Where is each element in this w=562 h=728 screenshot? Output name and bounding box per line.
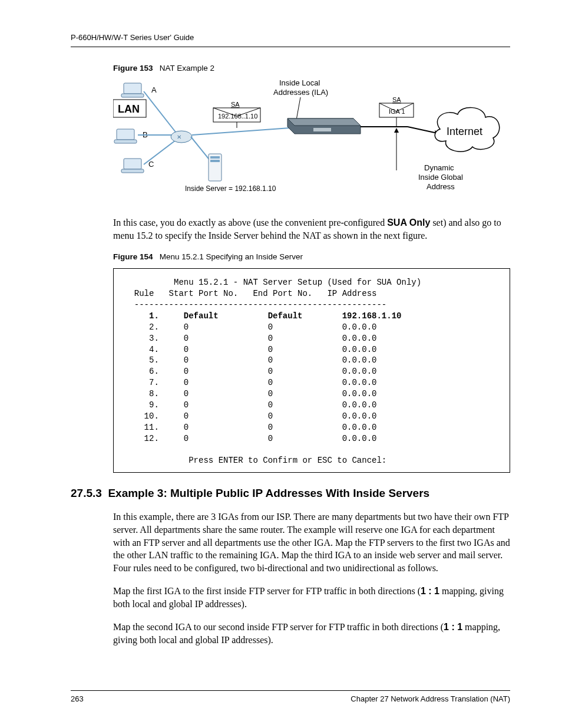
svg-line-7 — [144, 91, 178, 135]
svg-rect-2 — [121, 94, 144, 97]
pc-c-label: C — [148, 160, 154, 169]
internet-label: Internet — [447, 126, 482, 137]
figure-153-label: Figure 153 — [113, 64, 153, 73]
ip1-label: 192.168..1.10 — [218, 113, 257, 120]
svg-text:Dynamic: Dynamic — [424, 163, 454, 172]
page-number: 263 — [71, 694, 84, 703]
header-rule — [71, 47, 510, 47]
svg-marker-36 — [394, 128, 399, 133]
svg-rect-4 — [114, 140, 137, 143]
pc-a-label: A — [151, 85, 157, 94]
svg-rect-27 — [313, 128, 331, 131]
inside-server-label: Inside Server = 192.168.1.10 — [185, 185, 276, 193]
svg-marker-26 — [287, 118, 361, 126]
page: P-660H/HW/W-T Series User' Guide Figure … — [0, 0, 562, 728]
footer-rule — [71, 690, 510, 691]
svg-rect-3 — [117, 129, 134, 140]
para3-bold: 1 : 1 — [421, 586, 439, 596]
svg-text:Inside Local: Inside Local — [279, 78, 320, 87]
chapter-label: Chapter 27 Network Address Translation (… — [351, 694, 510, 703]
svg-text:✕: ✕ — [177, 134, 181, 140]
iga1-label: IGA 1 — [389, 108, 405, 115]
figure-154-label: Figure 154 — [113, 252, 153, 261]
figure-153-title: NAT Example 2 — [160, 64, 214, 73]
para3-pre: Map the first IGA to the first inside FT… — [113, 586, 421, 596]
section-number: 27.5.3 — [71, 487, 102, 499]
svg-rect-15 — [210, 160, 220, 162]
page-footer: 263 Chapter 27 Network Address Translati… — [71, 690, 510, 703]
figure-153-caption: Figure 153 NAT Example 2 — [113, 64, 510, 73]
paragraph-1: In this case, you do exactly as above (u… — [113, 216, 510, 242]
svg-text:Inside Global: Inside Global — [418, 173, 463, 182]
svg-line-16 — [192, 128, 290, 135]
figure-154-title: Menu 15.2.1 Specifying an Inside Server — [160, 252, 303, 261]
paragraph-4: Map the second IGA to our second inside … — [113, 621, 510, 646]
figure-153-diagram: LAN A B C ✕ — [113, 76, 502, 206]
para4-bold: 1 : 1 — [444, 622, 462, 632]
paragraph-3: Map the first IGA to the first inside FT… — [113, 585, 510, 610]
nat-diagram-svg: LAN A B C ✕ — [113, 76, 502, 206]
running-header: P-660H/HW/W-T Series User' Guide — [71, 33, 510, 42]
para1-bold: SUA Only — [387, 218, 430, 228]
figure-154-caption: Figure 154 Menu 15.2.1 Specifying an Ins… — [113, 252, 510, 261]
svg-rect-6 — [121, 169, 144, 173]
section-heading: 27.5.3 Example 3: Multiple Public IP Add… — [71, 487, 510, 500]
svg-rect-5 — [124, 159, 141, 169]
para1-pre: In this case, you do exactly as above (u… — [113, 218, 387, 228]
svg-text:Addresses (ILA): Addresses (ILA) — [273, 88, 328, 97]
terminal-menu-box: Menu 15.2.1 - NAT Server Setup (Used for… — [113, 268, 510, 473]
lan-label: LAN — [118, 103, 140, 115]
sa1-label: SA — [231, 101, 240, 108]
para4-pre: Map the second IGA to our second inside … — [113, 622, 444, 632]
svg-text:Address: Address — [427, 182, 455, 191]
sa2-label: SA — [392, 96, 401, 103]
svg-rect-14 — [210, 156, 220, 159]
content-column: Figure 153 NAT Example 2 LAN A B C — [113, 64, 510, 647]
paragraph-2: In this example, there are 3 IGAs from o… — [113, 510, 510, 574]
svg-line-9 — [144, 139, 178, 164]
svg-rect-1 — [124, 83, 141, 94]
svg-point-10 — [171, 131, 192, 143]
section-title: Example 3: Multiple Public IP Addresses … — [108, 487, 429, 499]
